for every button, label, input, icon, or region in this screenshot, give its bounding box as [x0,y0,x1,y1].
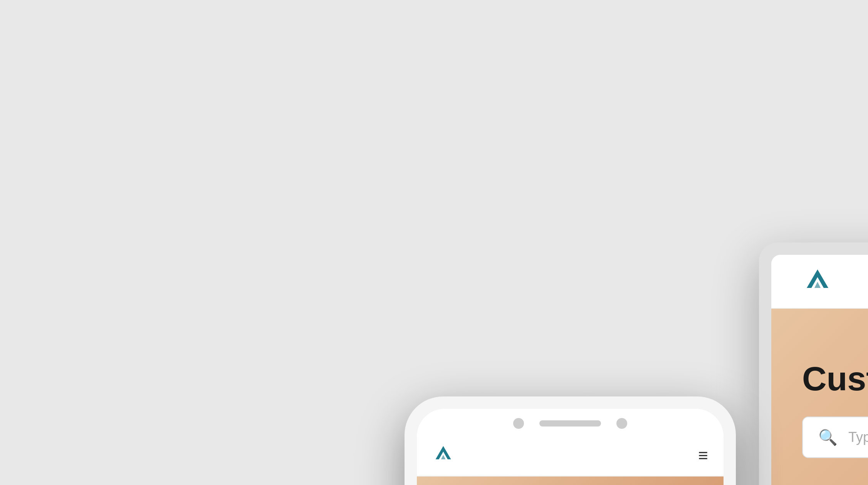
laptop-logo [802,264,834,298]
phone-device: ≡ Customer Marketing 🔍 Type your questio… [405,396,736,485]
search-icon: 🔍 [818,428,838,447]
phone-speaker [539,420,601,426]
laptop-hero: Customer Marketing 🔍 Type your question … [771,309,868,485]
phone-notch [417,409,724,435]
laptop-body: Submit a request Sign in Customer Market… [759,242,868,485]
phone-camera [513,418,524,429]
phone-camera-2 [616,418,627,429]
phone-screen: ≡ Customer Marketing 🔍 Type your questio… [417,409,724,485]
laptop-screen: Submit a request Sign in Customer Market… [771,255,868,485]
phone-logo [432,443,455,468]
laptop-search-bar[interactable]: 🔍 Type your question here... [802,416,868,458]
scene: Submit a request Sign in Customer Market… [405,227,868,485]
hero-title: Customer Marketing [802,360,868,398]
hamburger-icon[interactable]: ≡ [698,445,708,465]
laptop-device: Submit a request Sign in Customer Market… [713,227,868,485]
phone-header: ≡ [417,435,724,477]
search-placeholder: Type your question here... [848,429,868,445]
phone-content: ≡ Customer Marketing 🔍 Type your questio… [417,435,724,485]
phone-hero: Customer Marketing 🔍 Type your question … [417,477,724,485]
laptop-header: Submit a request Sign in [771,255,868,309]
